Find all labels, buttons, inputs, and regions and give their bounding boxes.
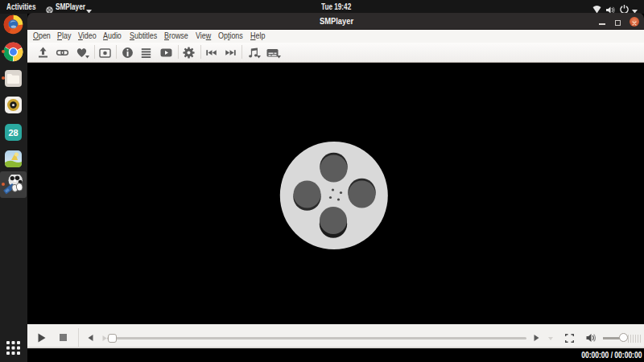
svg-text:28: 28	[8, 128, 18, 138]
